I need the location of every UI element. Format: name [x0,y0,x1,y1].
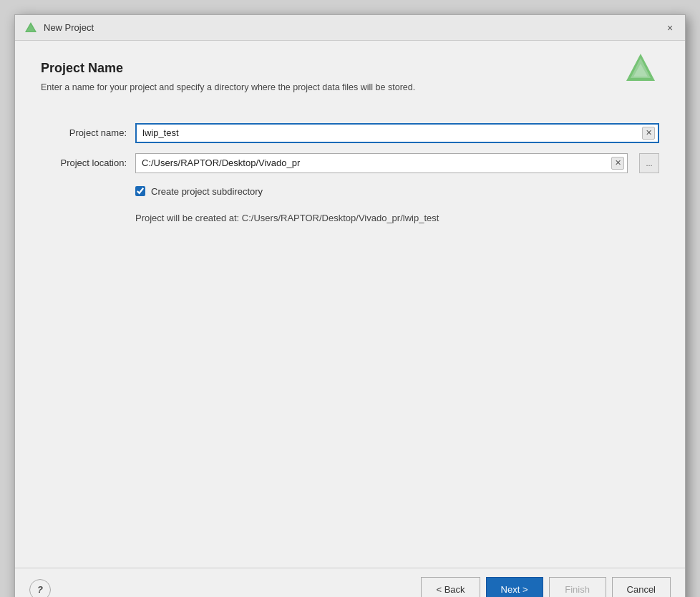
footer-right: < Back Next > Finish Cancel [421,577,671,598]
page-description: Enter a name for your project and specif… [41,82,659,94]
next-button[interactable]: Next > [486,577,543,598]
title-bar-left: New Project [24,21,94,35]
dialog-footer: ? < Back Next > Finish Cancel [15,568,685,597]
form-area: Project name: ✕ Project location: ✕ ... … [41,123,659,223]
project-name-clear-button[interactable]: ✕ [642,127,655,140]
project-location-browse-button[interactable]: ... [639,153,659,173]
project-name-row: Project name: ✕ [41,123,659,143]
vivado-logo-area [622,51,659,90]
cancel-button[interactable]: Cancel [612,577,671,598]
project-location-input[interactable] [139,154,611,173]
project-path-info: Project will be created at: C:/Users/RAP… [135,213,659,223]
project-location-row: Project location: ✕ ... [41,153,659,173]
project-path-prefix: Project will be created at: [135,213,242,223]
project-name-input[interactable] [140,125,642,142]
project-name-label: Project name: [41,127,127,138]
create-subdirectory-checkbox[interactable] [135,186,145,196]
create-subdirectory-label[interactable]: Create project subdirectory [151,186,263,197]
create-subdirectory-row: Create project subdirectory [135,186,659,197]
project-path-value: C:/Users/RAPTOR/Desktop/Vivado_pr/lwip_t… [242,213,439,223]
title-bar: New Project × [15,15,685,41]
app-logo-icon [24,21,38,35]
page-title: Project Name [41,61,659,76]
help-button[interactable]: ? [29,579,51,598]
vivado-logo-icon [622,51,659,88]
project-location-clear-button[interactable]: ✕ [611,157,624,170]
back-button[interactable]: < Back [421,577,480,598]
project-location-input-wrapper: ✕ [135,153,628,173]
new-project-dialog: New Project × Project Name Enter a name … [14,14,686,597]
dialog-title: New Project [44,22,94,33]
project-location-label: Project location: [41,157,127,168]
project-name-input-wrapper: ✕ [135,123,659,143]
footer-left: ? [29,579,51,598]
close-button[interactable]: × [663,21,676,34]
spacer [41,223,659,554]
page-header: Project Name Enter a name for your proje… [41,61,659,94]
finish-button[interactable]: Finish [549,577,606,598]
dialog-body: Project Name Enter a name for your proje… [15,41,685,568]
